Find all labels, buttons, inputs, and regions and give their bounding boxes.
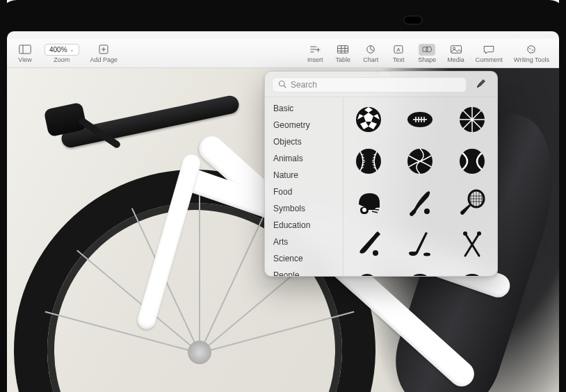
shape-label: Shape (418, 56, 436, 63)
shape-category-objects[interactable]: Objects (265, 133, 343, 150)
svg-line-24 (284, 85, 286, 88)
shape-baseball[interactable] (350, 146, 387, 177)
svg-point-67 (357, 274, 377, 276)
shape-dartboard[interactable] (454, 271, 490, 276)
writing-tools-icon (523, 44, 540, 56)
chart-label: Chart (363, 56, 378, 63)
laptop-camera-notch (403, 15, 423, 25)
shape-category-nature[interactable]: Nature (265, 167, 343, 183)
view-button[interactable]: View (11, 42, 39, 65)
shape-tennis-racket[interactable] (454, 188, 490, 218)
svg-point-70 (407, 274, 432, 276)
svg-point-48 (460, 149, 485, 174)
svg-point-62 (423, 253, 430, 256)
svg-point-23 (280, 81, 285, 86)
svg-point-61 (373, 250, 378, 256)
shape-football-helmet[interactable] (350, 188, 387, 218)
svg-point-21 (453, 47, 455, 49)
insert-label: Insert (307, 56, 323, 63)
shape-search-input[interactable]: Search (272, 77, 467, 92)
add-page-button[interactable]: Add Page (85, 42, 124, 65)
shape-grid[interactable] (343, 97, 497, 276)
comment-icon (480, 44, 497, 56)
shape-basketball[interactable] (454, 104, 490, 135)
shape-category-geometry[interactable]: Geometry (265, 117, 343, 133)
shape-category-arts[interactable]: Arts (265, 234, 343, 250)
writing-tools-label: Writing Tools (514, 56, 549, 63)
shape-category-people[interactable]: People (265, 267, 343, 276)
chart-icon (362, 44, 379, 56)
svg-point-74 (460, 274, 485, 276)
table-icon (334, 44, 351, 56)
zoom-value: 400% (49, 46, 67, 54)
comment-label: Comment (476, 56, 503, 63)
svg-rect-20 (451, 46, 461, 54)
shape-category-animals[interactable]: Animals (265, 150, 343, 167)
toolbar: View 400% ⌄ Zoom Add Page Insert (7, 39, 559, 68)
shape-category-education[interactable]: Education (265, 217, 343, 234)
svg-rect-0 (19, 45, 31, 54)
shape-icon (419, 44, 435, 56)
media-label: Media (447, 56, 464, 63)
svg-point-22 (528, 46, 535, 54)
svg-text:A: A (397, 47, 401, 53)
shape-baseball-bat[interactable] (402, 188, 438, 218)
shape-category-science[interactable]: Science (265, 250, 343, 267)
media-icon (448, 44, 464, 56)
svg-point-65 (463, 231, 467, 236)
media-button[interactable]: Media (442, 42, 470, 65)
svg-point-19 (426, 47, 432, 52)
shape-ski-poles[interactable] (454, 229, 490, 260)
svg-rect-10 (338, 46, 348, 54)
chart-button[interactable]: Chart (357, 42, 385, 65)
chevron-down-icon: ⌄ (70, 47, 74, 53)
svg-point-34 (356, 149, 381, 174)
shape-bowling-ball[interactable] (402, 271, 438, 276)
shape-tennis-ball[interactable] (454, 146, 490, 177)
svg-point-50 (424, 209, 430, 214)
insert-button[interactable]: Insert (301, 42, 329, 65)
shape-volleyball[interactable] (402, 146, 438, 177)
svg-point-66 (477, 231, 481, 236)
add-page-label: Add Page (90, 56, 118, 63)
shape-cricket-bat[interactable] (350, 229, 387, 260)
plus-square-icon (95, 44, 112, 56)
shape-category-food[interactable]: Food (265, 183, 343, 200)
shape-hockey-stick[interactable] (402, 229, 438, 260)
shape-ping-pong-paddle[interactable] (350, 271, 387, 276)
text-label: Text (393, 56, 405, 63)
shape-soccer-ball[interactable] (350, 104, 387, 135)
zoom-label: Zoom (54, 56, 70, 63)
text-icon: A (390, 44, 407, 56)
text-button[interactable]: A Text (385, 42, 412, 65)
shape-category-list[interactable]: Basic Geometry Objects Animals Nature Fo… (265, 97, 343, 276)
app-window: View 400% ⌄ Zoom Add Page Insert (7, 39, 559, 392)
shape-search-placeholder: Search (291, 80, 317, 90)
comment-button[interactable]: Comment (470, 42, 508, 65)
insert-icon (307, 44, 323, 56)
sidebar-icon (17, 44, 33, 56)
table-label: Table (335, 56, 350, 63)
table-button[interactable]: Table (329, 42, 357, 65)
shape-button[interactable]: Shape (412, 42, 442, 65)
shape-category-basic[interactable]: Basic (265, 100, 343, 117)
pen-icon (476, 78, 487, 92)
zoom-button[interactable]: 400% ⌄ Zoom (39, 42, 85, 65)
shape-category-symbols[interactable]: Symbols (265, 200, 343, 217)
view-label: View (18, 56, 31, 63)
draw-shape-button[interactable] (472, 78, 490, 92)
svg-point-49 (362, 208, 366, 212)
writing-tools-button[interactable]: Writing Tools (508, 42, 555, 65)
shape-american-football[interactable] (402, 104, 438, 135)
search-icon (278, 80, 286, 90)
shape-library-popover: Search Basic Geometry Objects Animals Na… (264, 71, 498, 277)
